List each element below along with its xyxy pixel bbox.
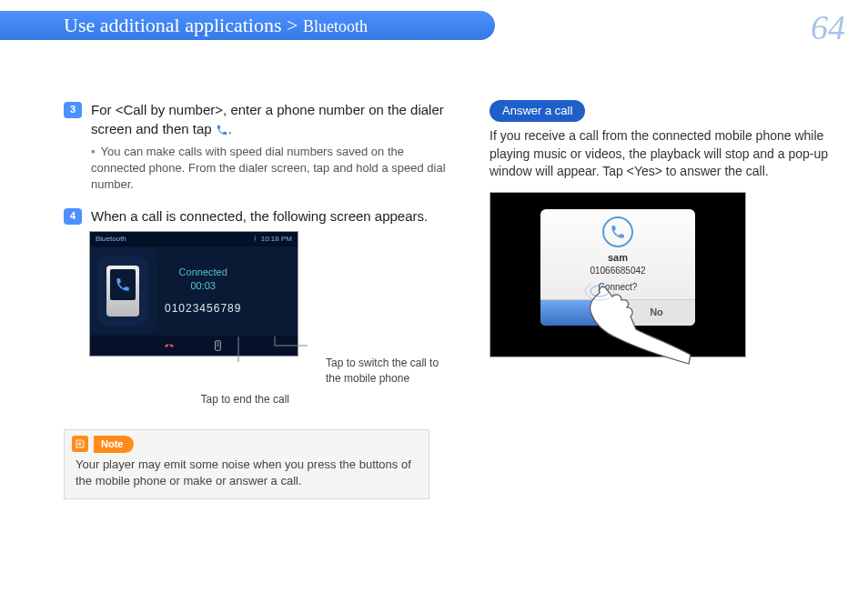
content: 3 For <Call by number>, enter a phone nu… — [64, 100, 841, 499]
step-4-text: When a call is connected, the following … — [91, 206, 453, 226]
answer-call-screenshot: sam 01066685042 Connect? No — [490, 192, 746, 357]
step-number-badge: 3 — [64, 102, 82, 118]
callout-end: Tap to end the call — [89, 392, 326, 407]
screenshot-topbar: Bluetooth ᚼ10:18 PM — [90, 232, 298, 246]
phone-call-icon — [115, 276, 131, 293]
phone-graphic-screen — [110, 269, 136, 300]
section-answer-call: Answer a call — [490, 100, 585, 122]
screenshot-body: Connected 00:03 01023456789 — [90, 246, 298, 336]
phone-graphic — [106, 266, 139, 317]
header-bar: Use additional applications > Bluetooth — [0, 11, 495, 40]
answer-call-body: If you receive a call from the connected… — [490, 127, 841, 181]
bullet-dot: ▪ — [91, 145, 96, 158]
phone-icon — [216, 124, 228, 136]
note-header: Note — [65, 430, 429, 455]
caller-number: 01066685042 — [540, 265, 695, 277]
step-3-period: . — [228, 121, 232, 136]
hand-pointer-illustration — [572, 284, 700, 366]
breadcrumb-main: Use additional applications > — [64, 14, 303, 36]
caller-name: sam — [540, 251, 695, 265]
call-number: 01023456789 — [165, 301, 241, 317]
right-column: Answer a call If you receive a call from… — [490, 100, 841, 499]
step-3-sub-text: You can make calls with speed dial numbe… — [91, 145, 446, 191]
step-3-sub: ▪You can make calls with speed dial numb… — [91, 144, 453, 194]
call-screenshot-area: Bluetooth ᚼ10:18 PM Connected 00:03 01 — [89, 231, 453, 407]
page-number: 64 — [811, 7, 845, 47]
breadcrumb-sub: Bluetooth — [303, 17, 368, 35]
call-duration: 00:03 — [165, 279, 241, 293]
breadcrumb: Use additional applications > Bluetooth — [64, 14, 368, 37]
screenshot-time: ᚼ10:18 PM — [253, 234, 292, 244]
step-3-text: For <Call by number>, enter a phone numb… — [91, 100, 453, 138]
step-4: 4 When a call is connected, the followin… — [64, 206, 453, 226]
bluetooth-icon: ᚼ — [253, 235, 257, 243]
step-3-text-part1: For <Call by number>, enter a phone numb… — [91, 102, 444, 136]
screenshot-title: Bluetooth — [96, 234, 126, 244]
callout-lines — [89, 335, 453, 380]
step-number-badge: 4 — [64, 208, 82, 225]
phone-icon — [610, 224, 626, 240]
note-icon — [72, 436, 88, 452]
note-box: Note Your player may emit some noise whe… — [64, 429, 429, 500]
note-text: Your player may emit some noise when you… — [65, 455, 429, 498]
note-label: Note — [94, 436, 134, 453]
left-column: 3 For <Call by number>, enter a phone nu… — [64, 100, 453, 499]
screenshot-status-area: Connected 00:03 01023456789 — [165, 266, 241, 317]
caller-avatar-circle — [602, 216, 633, 247]
step-3: 3 For <Call by number>, enter a phone nu… — [64, 100, 453, 138]
connected-label: Connected — [165, 266, 241, 279]
